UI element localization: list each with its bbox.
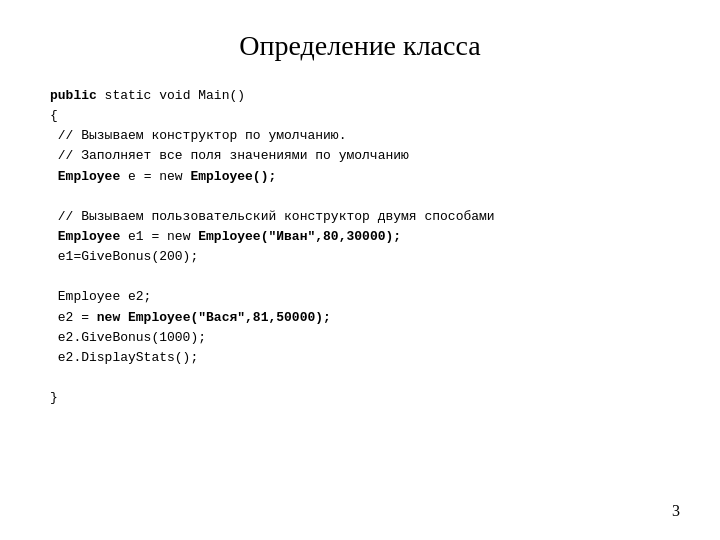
keyword-employee-2: Employee (58, 229, 120, 244)
code-line-9: e1=GiveBonus(200); (50, 247, 680, 267)
page-number: 3 (672, 502, 680, 520)
keyword-public: public (50, 88, 97, 103)
code-line-7: // Вызываем пользовательский конструктор… (50, 207, 680, 227)
code-line-12: e2 = new Employee("Вася",81,50000); (50, 308, 680, 328)
code-line-5: Employee e = new Employee(); (50, 167, 680, 187)
code-line-6 (50, 187, 680, 207)
keyword-new-employee-3: new Employee("Вася",81,50000); (97, 310, 331, 325)
code-line-15 (50, 368, 680, 388)
code-line-11: Employee e2; (50, 287, 680, 307)
slide-title: Определение класса (40, 30, 680, 62)
code-line-1: public static void Main() (50, 86, 680, 106)
code-block: public static void Main() { // Вызываем … (50, 86, 680, 408)
keyword-employee-1: Employee (58, 169, 120, 184)
code-line-2: { (50, 106, 680, 126)
code-line-10 (50, 267, 680, 287)
keyword-employee-new-1: Employee(); (190, 169, 276, 184)
code-line-13: e2.GiveBonus(1000); (50, 328, 680, 348)
code-line-3: // Вызываем конструктор по умолчанию. (50, 126, 680, 146)
keyword-employee-new-2: Employee("Иван",80,30000); (198, 229, 401, 244)
code-line-4: // Заполняет все поля значениями по умол… (50, 146, 680, 166)
slide: Определение класса public static void Ma… (0, 0, 720, 540)
code-line-16: } (50, 388, 680, 408)
code-line-8: Employee e1 = new Employee("Иван",80,300… (50, 227, 680, 247)
code-line-14: e2.DisplayStats(); (50, 348, 680, 368)
